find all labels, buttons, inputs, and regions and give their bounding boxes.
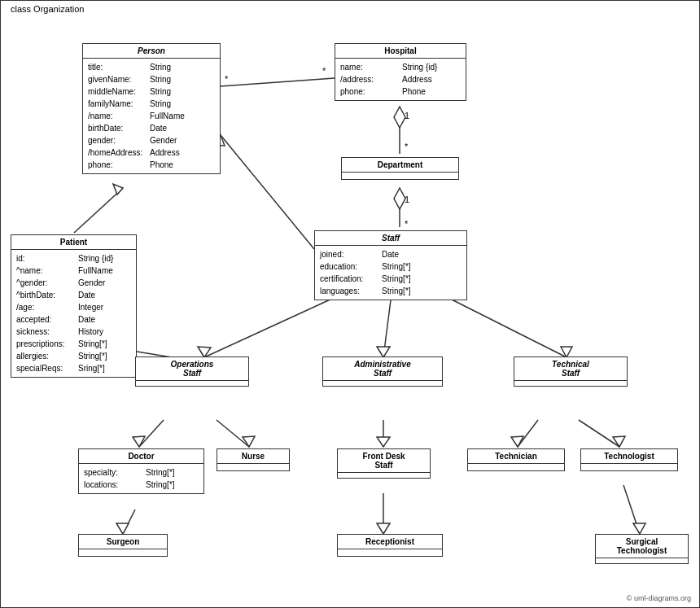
patient-body: id:String {id} ^name:FullName ^gender:Ge… (11, 250, 136, 377)
svg-text:*: * (322, 66, 326, 76)
operations-staff-class: OperationsStaff (135, 356, 249, 387)
front-desk-staff-class: Front DeskStaff (337, 448, 431, 479)
svg-marker-39 (633, 523, 645, 534)
uml-diagram: class Organization * * 1 * 1 * (0, 0, 700, 608)
svg-marker-27 (243, 436, 255, 447)
hospital-header: Hospital (335, 44, 466, 59)
surgical-technologist-class: SurgicalTechnologist (595, 534, 689, 564)
diagram-title: class Organization (7, 4, 88, 14)
operations-staff-body (136, 381, 248, 386)
doctor-class: Doctor specialty:String[*] locations:Str… (78, 448, 204, 494)
technologist-header: Technologist (581, 449, 677, 464)
administrative-staff-body (323, 381, 442, 386)
technician-class: Technician (467, 448, 565, 471)
receptionist-header: Receptionist (338, 535, 442, 549)
patient-class: Patient id:String {id} ^name:FullName ^g… (11, 234, 137, 378)
front-desk-staff-body (338, 473, 430, 478)
svg-marker-25 (133, 436, 145, 447)
administrative-staff-class: AdministrativeStaff (322, 356, 443, 387)
surgical-technologist-header: SurgicalTechnologist (596, 535, 688, 558)
svg-line-0 (221, 78, 335, 86)
staff-class: Staff joined:Date education:String[*] ce… (314, 230, 467, 300)
svg-line-26 (217, 420, 249, 447)
department-body (342, 173, 458, 179)
nurse-header: Nurse (217, 449, 289, 464)
technical-staff-class: TechnicalStaff (514, 356, 628, 387)
svg-marker-37 (377, 523, 390, 534)
svg-line-19 (440, 294, 567, 357)
surgeon-class: Surgeon (78, 534, 168, 557)
technologist-class: Technologist (580, 448, 678, 471)
receptionist-class: Receptionist (337, 534, 443, 557)
svg-marker-4 (394, 107, 405, 128)
technician-body (468, 464, 564, 470)
technical-staff-header: TechnicalStaff (514, 357, 627, 381)
person-class: Person title:String givenName:String mid… (82, 43, 221, 174)
svg-line-34 (123, 510, 135, 534)
doctor-body: specialty:String[*] locations:String[*] (79, 464, 203, 493)
hospital-class: Hospital name:String {id} /address:Addre… (335, 43, 466, 101)
nurse-class: Nurse (217, 448, 290, 471)
doctor-header: Doctor (79, 449, 203, 464)
surgeon-body (79, 549, 167, 556)
technologist-body (581, 464, 677, 470)
staff-header: Staff (315, 231, 466, 246)
person-body: title:String givenName:String middleName… (83, 59, 220, 173)
svg-text:*: * (405, 142, 409, 151)
svg-marker-29 (377, 437, 390, 447)
svg-marker-35 (116, 523, 129, 534)
svg-line-30 (518, 420, 538, 447)
receptionist-body (338, 549, 442, 556)
svg-line-13 (221, 135, 314, 249)
svg-text:*: * (225, 74, 229, 84)
operations-staff-header: OperationsStaff (136, 357, 248, 381)
patient-header: Patient (11, 235, 136, 250)
administrative-staff-header: AdministrativeStaff (323, 357, 442, 381)
copyright: © uml-diagrams.org (627, 594, 691, 602)
svg-line-17 (383, 294, 392, 357)
svg-text:*: * (405, 219, 409, 229)
svg-line-38 (623, 485, 640, 534)
nurse-body (217, 464, 289, 470)
svg-text:1: 1 (405, 111, 409, 120)
department-class: Department (341, 157, 459, 180)
department-header: Department (342, 158, 458, 173)
hospital-body: name:String {id} /address:Address phone:… (335, 59, 466, 100)
svg-line-24 (139, 420, 164, 447)
svg-marker-33 (613, 436, 625, 447)
surgical-technologist-body (596, 558, 688, 563)
svg-marker-31 (511, 436, 523, 447)
technical-staff-body (514, 381, 627, 386)
svg-line-15 (204, 294, 343, 357)
svg-marker-12 (113, 184, 123, 195)
svg-line-11 (74, 188, 123, 233)
svg-line-32 (579, 420, 619, 447)
technician-header: Technician (468, 449, 564, 464)
svg-text:1: 1 (405, 195, 409, 204)
person-header: Person (83, 44, 220, 59)
staff-body: joined:Date education:String[*] certific… (315, 246, 466, 300)
surgeon-header: Surgeon (79, 535, 167, 549)
svg-marker-8 (394, 188, 405, 209)
front-desk-staff-header: Front DeskStaff (338, 449, 430, 473)
